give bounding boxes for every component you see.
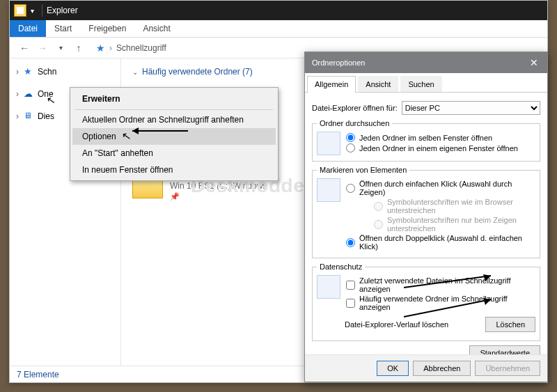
check-recent-files[interactable]: Zuletzt verwendete Dateien im Schnellzug… — [346, 276, 535, 293]
ribbon-start[interactable]: Start — [46, 20, 80, 37]
apply-button[interactable]: Übernehmen — [475, 361, 540, 376]
radio-single-click[interactable]: Öffnen durch einfachen Klick (Auswahl du… — [346, 180, 535, 196]
dialog-tabs: Allgemein Ansicht Suchen — [305, 73, 547, 93]
dialog-title: Ordneroptionen — [312, 58, 365, 67]
ctx-header[interactable]: Erweitern — [72, 90, 276, 108]
clear-history-label: Datei-Explorer-Verlauf löschen — [345, 320, 448, 329]
folder-options-dialog: Ordneroptionen ✕ Allgemein Ansicht Suche… — [304, 52, 548, 382]
cancel-button[interactable]: Abbrechen — [413, 361, 471, 376]
breadcrumb-label: Schnellzugriff — [116, 43, 166, 53]
separator — [42, 4, 42, 17]
dialog-buttons: OK Abbrechen Übernehmen — [305, 354, 547, 382]
ctx-pin-quickaccess[interactable]: Aktuellen Ordner an Schnellzugriff anhef… — [72, 111, 276, 128]
tab-ansicht[interactable]: Ansicht — [358, 76, 398, 93]
ok-button[interactable]: OK — [377, 361, 409, 376]
back-button[interactable]: ← — [17, 40, 32, 56]
explorer-icon — [14, 4, 26, 17]
context-menu: Erweitern Aktuellen Ordner an Schnellzug… — [70, 87, 278, 181]
clear-button[interactable]: Löschen — [485, 317, 535, 332]
radio-own-window[interactable]: Jeden Ordner in einem eigenen Fenster öf… — [346, 143, 535, 152]
ribbon: Datei Start Freigeben Ansicht — [10, 20, 547, 38]
radio-same-window[interactable]: Jeden Ordner im selben Fenster öffnen — [346, 133, 535, 142]
status-text: 7 Elemente — [17, 370, 59, 379]
ctx-new-window[interactable]: In neuem Fenster öffnen — [72, 162, 276, 178]
ctx-pin-start[interactable]: An "Start" anheften — [72, 145, 276, 162]
group-browse: Ordner durchsuchen Jeden Ordner im selbe… — [312, 119, 540, 162]
dialog-titlebar[interactable]: Ordneroptionen ✕ — [305, 52, 547, 73]
up-button[interactable]: ↑ — [71, 40, 86, 56]
pin-icon: 📌 — [170, 191, 267, 201]
history-dropdown[interactable]: ▾ — [53, 40, 68, 56]
group-mark: Markieren von Elementen Öffnen durch ein… — [312, 166, 540, 258]
ribbon-datei[interactable]: Datei — [10, 20, 46, 37]
tree-quickaccess[interactable]: ›★Schn — [10, 64, 120, 79]
close-icon[interactable]: ✕ — [521, 52, 547, 73]
quickaccess-star-icon: ★ — [96, 42, 105, 54]
window-title: Explorer — [47, 6, 78, 15]
group-privacy: Datenschutz Zuletzt verwendete Dateien i… — [312, 262, 540, 341]
folder-path: Win 10 RS1 (C:)\Windows — [170, 181, 267, 192]
radio-underline-browser: Symbolunterschriften wie im Browser unte… — [374, 198, 535, 214]
tab-suchen[interactable]: Suchen — [400, 76, 441, 93]
chevron-down-icon: ⌄ — [132, 68, 138, 76]
open-for-label: Datei-Explorer öffnen für: — [312, 104, 398, 112]
titlebar[interactable]: ▾ Explorer — [10, 1, 547, 20]
tab-allgemein[interactable]: Allgemein — [307, 76, 356, 93]
qat-dropdown-icon[interactable]: ▾ — [31, 7, 38, 15]
breadcrumb[interactable]: ★ › Schnellzugriff — [96, 42, 166, 54]
ribbon-ansicht[interactable]: Ansicht — [134, 20, 178, 37]
ribbon-freigeben[interactable]: Freigeben — [80, 20, 134, 37]
privacy-icon — [317, 275, 340, 299]
open-for-select[interactable]: Dieser PC — [402, 101, 540, 115]
radio-underline-hover: Symbolunterschriften nur beim Zeigen unt… — [374, 216, 535, 233]
check-frequent-folders[interactable]: Häufig verwendete Ordner im Schnellzugri… — [346, 295, 535, 311]
ctx-options[interactable]: Optionen — [72, 128, 276, 145]
radio-double-click[interactable]: Öffnen durch Doppelklick (Auswahl d. ein… — [346, 234, 535, 251]
forward-button[interactable]: → — [35, 40, 50, 56]
browse-icon — [317, 132, 340, 155]
mark-icon — [317, 178, 340, 202]
